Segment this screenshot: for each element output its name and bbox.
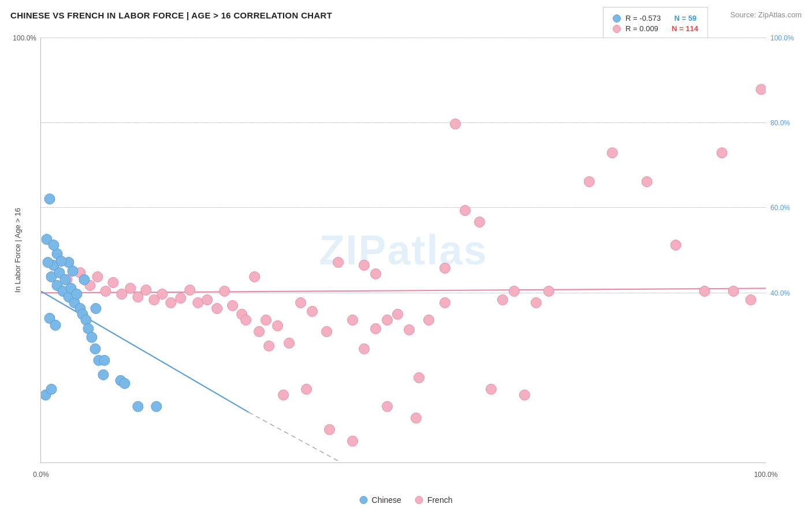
svg-point-27	[273, 320, 283, 331]
legend-pink-r: R = 0.009	[625, 24, 658, 33]
legend-pink-dot	[613, 25, 621, 33]
svg-point-101	[49, 240, 59, 251]
svg-point-13	[141, 285, 151, 295]
svg-point-56	[717, 148, 727, 158]
svg-point-26	[261, 315, 271, 325]
legend-pink-row: R = 0.009 N = 114	[613, 24, 698, 33]
svg-point-91	[44, 194, 55, 204]
svg-point-23	[228, 300, 238, 311]
svg-point-70	[254, 326, 265, 337]
svg-point-38	[404, 324, 414, 335]
svg-point-49	[531, 297, 541, 308]
svg-point-47	[509, 286, 519, 296]
legend-blue-row: R = -0.573 N = 59	[613, 14, 698, 23]
svg-point-33	[348, 315, 358, 325]
scatter-svg	[41, 38, 766, 462]
bottom-legend-french: French	[415, 495, 453, 505]
svg-point-11	[125, 283, 136, 293]
x-label-100: 100.0%	[754, 471, 778, 479]
svg-point-103	[68, 266, 78, 276]
y-label-100: 100.0%	[13, 34, 36, 42]
svg-point-29	[296, 297, 306, 308]
legend-blue-r: R = -0.573	[625, 14, 661, 23]
svg-point-87	[87, 332, 97, 342]
svg-point-106	[120, 378, 130, 389]
svg-point-68	[371, 268, 381, 279]
svg-point-31	[322, 326, 332, 337]
right-label-60: 60.0%	[770, 204, 790, 212]
svg-point-17	[176, 293, 186, 303]
right-label-100: 100.0%	[770, 34, 794, 42]
svg-point-36	[382, 315, 393, 325]
svg-point-102	[56, 256, 66, 266]
svg-point-18	[185, 285, 195, 295]
svg-point-19	[193, 297, 203, 308]
svg-point-46	[497, 294, 508, 305]
svg-point-93	[99, 355, 110, 365]
bottom-legend-french-label: French	[427, 495, 453, 505]
svg-point-7	[92, 271, 103, 282]
svg-point-71	[264, 341, 274, 351]
svg-point-63	[348, 436, 358, 446]
legend-box: R = -0.573 N = 59 R = 0.009 N = 114	[603, 7, 708, 40]
x-label-0: 0.0%	[33, 471, 49, 479]
svg-point-69	[241, 315, 251, 325]
svg-point-90	[98, 370, 109, 380]
svg-point-66	[439, 263, 450, 273]
svg-point-52	[607, 148, 617, 158]
source-label: Source: ZipAtlas.com	[730, 10, 802, 19]
svg-line-3	[249, 412, 341, 462]
svg-point-45	[486, 384, 496, 394]
svg-point-39	[414, 372, 424, 383]
svg-point-28	[284, 338, 295, 348]
svg-point-105	[91, 303, 101, 314]
legend-blue-n: N = 59	[674, 14, 696, 23]
svg-point-40	[423, 315, 434, 325]
svg-point-61	[301, 384, 312, 394]
svg-point-12	[133, 292, 143, 302]
bottom-legend-chinese-label: Chinese	[372, 495, 401, 505]
svg-point-88	[90, 344, 100, 354]
svg-point-37	[393, 309, 403, 319]
svg-point-95	[133, 401, 143, 412]
svg-point-41	[439, 297, 450, 308]
svg-point-65	[411, 413, 421, 423]
chart-title: CHINESE VS FRENCH IN LABOR FORCE | AGE >…	[10, 10, 332, 20]
y-axis-title: In Labor Force | Age > 16	[13, 208, 22, 293]
svg-point-82	[72, 289, 82, 299]
svg-point-43	[460, 206, 470, 216]
svg-point-104	[79, 274, 90, 285]
svg-point-64	[382, 401, 393, 412]
svg-point-58	[746, 294, 756, 305]
svg-point-53	[642, 177, 652, 187]
right-label-40: 40.0%	[770, 289, 790, 297]
bottom-legend-chinese-dot	[360, 496, 368, 504]
svg-rect-0	[41, 38, 766, 462]
svg-point-50	[543, 286, 554, 296]
legend-pink-n: N = 114	[672, 24, 698, 33]
bottom-legend-french-dot	[415, 496, 423, 504]
right-label-80: 80.0%	[770, 119, 790, 127]
svg-point-99	[151, 401, 162, 412]
chart-area: ZIPatlas 100.0% 100.0% 80.0% 60.0% 40.0%…	[40, 38, 766, 463]
svg-point-8	[100, 286, 111, 296]
svg-point-67	[359, 260, 370, 270]
svg-point-100	[43, 257, 53, 267]
svg-point-57	[728, 286, 739, 296]
svg-point-20	[202, 294, 213, 305]
svg-point-55	[699, 286, 710, 296]
legend-blue-dot	[613, 14, 621, 23]
svg-point-34	[359, 344, 370, 354]
svg-point-21	[212, 303, 222, 314]
svg-point-32	[333, 257, 344, 267]
bottom-legend: Chinese French	[360, 495, 453, 505]
svg-point-60	[278, 390, 289, 400]
svg-point-97	[46, 384, 57, 394]
svg-point-42	[450, 119, 460, 129]
svg-point-22	[219, 286, 230, 296]
svg-point-25	[249, 271, 260, 282]
svg-point-16	[166, 297, 176, 308]
svg-point-30	[307, 306, 318, 316]
svg-point-59	[756, 84, 766, 95]
chart-container: CHINESE VS FRENCH IN LABOR FORCE | AGE >…	[0, 0, 812, 515]
